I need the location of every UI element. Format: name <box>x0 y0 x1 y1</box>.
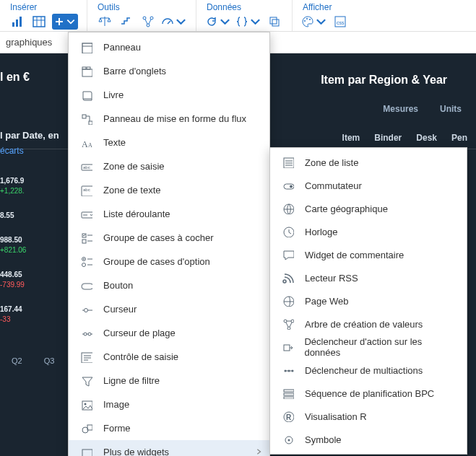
submenu-item-listbox[interactable]: Zone de liste <box>270 151 467 174</box>
submenu-item-web[interactable]: Page Web <box>270 289 467 312</box>
filter-icon <box>79 375 95 387</box>
col-item: Item <box>342 133 360 143</box>
chart-icon[interactable] <box>9 14 26 30</box>
xaxis-q2: Q2 <box>12 356 22 365</box>
shape-icon <box>79 423 95 434</box>
menu-item-panel[interactable]: Panneau <box>69 35 269 59</box>
menu-item-label: Curseur de plage <box>103 328 176 338</box>
menu-item-dropdown[interactable]: Liste déroulante <box>69 202 269 226</box>
menu-item-filter[interactable]: Ligne de filtre <box>69 369 269 393</box>
add-button[interactable] <box>52 14 78 30</box>
switch-icon <box>280 180 296 191</box>
col-units: Units <box>440 104 462 114</box>
rviz-icon <box>280 411 296 422</box>
panel-icon <box>79 42 95 53</box>
submenu-item-dat-trigger[interactable]: Déclencheur d'action sur les données <box>270 336 467 359</box>
menu-item-shape[interactable]: Forme <box>69 416 269 440</box>
menu-item-label: Livre <box>103 89 124 100</box>
submenu-item-multi-trigger[interactable]: Déclencheur de multiactions <box>270 359 467 382</box>
submenu-item-label: Horloge <box>305 227 338 237</box>
submenu-item-label: Visualisation R <box>305 411 367 422</box>
menu-item-label: Plus de widgets <box>103 447 169 456</box>
steps-icon[interactable] <box>118 14 135 30</box>
menu-item-more[interactable]: Plus de widgets <box>69 440 269 456</box>
menu-bar: Insérer Outils Données Afficher <box>0 0 476 32</box>
submenu-item-label: Page Web <box>305 296 348 307</box>
submenu-item-comment[interactable]: Widget de commentaire <box>270 243 467 266</box>
menu-item-label: Groupe de cases à cocher <box>103 232 213 243</box>
submenu-item-rss[interactable]: Lecteur RSS <box>270 266 467 289</box>
symbol-icon <box>280 434 296 445</box>
menu-item-checkboxes[interactable]: Groupe de cases à cocher <box>69 226 269 250</box>
tab-graphiques[interactable]: graphiques <box>6 37 52 48</box>
menu-item-tabstrip[interactable]: Barre d'onglets <box>69 59 269 83</box>
menu-title-insert[interactable]: Insérer <box>4 0 82 12</box>
menu-item-label: Image <box>103 399 129 410</box>
menu-item-label: Curseur <box>103 304 137 315</box>
menu-item-book[interactable]: Livre <box>69 83 269 107</box>
textarea-icon <box>79 185 95 196</box>
input-ctrl-icon <box>79 351 95 363</box>
submenu-item-label: Déclencheur de multiactions <box>305 365 423 376</box>
menu-item-textarea[interactable]: Zone de texte <box>69 178 269 202</box>
submenu-item-label: Séquence de planification BPC <box>305 388 434 399</box>
menu-title-tools[interactable]: Outils <box>92 0 191 12</box>
submenu-item-rviz[interactable]: Visualisation R <box>270 405 467 428</box>
submenu-item-bpc[interactable]: Séquence de planification BPC <box>270 382 467 405</box>
button-icon <box>79 280 95 291</box>
image-icon <box>79 399 95 411</box>
menu-title-view[interactable]: Afficher <box>297 0 353 12</box>
css-icon[interactable] <box>332 14 349 30</box>
menu-item-input[interactable]: Zone de saisie <box>69 154 269 178</box>
menu-item-label: Panneau de mise en forme du flux <box>103 113 246 124</box>
palette-icon[interactable] <box>301 14 327 30</box>
submenu-item-symbol[interactable]: Symbole <box>270 428 467 451</box>
text-aa-icon <box>79 137 95 149</box>
table-icon[interactable] <box>30 14 48 30</box>
gauge-icon[interactable] <box>161 14 187 30</box>
menu-item-label: Panneau <box>103 42 141 53</box>
menu-title-data[interactable]: Données <box>201 0 287 12</box>
col-binder: Binder <box>374 133 402 143</box>
menu-item-label: Barre d'onglets <box>103 66 166 76</box>
menu-item-input-ctrl[interactable]: Contrôle de saisie <box>69 345 269 369</box>
tabstrip-icon <box>79 66 95 77</box>
radios-icon <box>79 256 95 268</box>
more-widgets-submenu: Zone de listeCommutateurCarte géographiq… <box>269 147 467 455</box>
menu-group-tools: Outils <box>87 0 196 31</box>
braces-icon[interactable] <box>235 14 261 30</box>
menu-item-image[interactable]: Image <box>69 393 269 416</box>
clock-icon <box>280 226 296 237</box>
balance-icon[interactable] <box>96 14 113 30</box>
link-ecarts: écarts <box>0 146 24 156</box>
submenu-item-clock[interactable]: Horloge <box>270 220 467 243</box>
menu-item-text-aa[interactable]: Texte <box>69 131 269 154</box>
submenu-item-label: Widget de commentaire <box>305 250 404 260</box>
submenu-item-geomap[interactable]: Carte géographique <box>270 197 467 220</box>
submenu-item-label: Symbole <box>305 434 342 445</box>
slider-icon <box>79 304 95 315</box>
menu-item-label: Groupe de cases d'option <box>103 256 210 267</box>
insert-dropdown: PanneauBarre d'ongletsLivrePanneau de mi… <box>68 32 270 456</box>
col-desk: Desk <box>416 133 437 143</box>
submenu-item-tree[interactable]: Arbre de création de valeurs <box>270 312 467 336</box>
chevron-right-icon <box>255 447 262 456</box>
menu-item-flow[interactable]: Panneau de mise en forme du flux <box>69 107 269 131</box>
refresh-icon[interactable] <box>205 14 231 30</box>
menu-item-slider[interactable]: Curseur <box>69 297 269 321</box>
menu-item-radios[interactable]: Groupe de cases d'option <box>69 250 269 273</box>
menu-item-range[interactable]: Curseur de plage <box>69 321 269 345</box>
chart-title-right: Item par Region & Year <box>321 74 447 87</box>
submenu-item-label: Zone de liste <box>305 157 358 168</box>
submenu-item-label: Commutateur <box>305 180 362 191</box>
nodes-icon[interactable] <box>139 14 157 30</box>
submenu-item-switch[interactable]: Commutateur <box>270 174 467 197</box>
menu-item-label: Contrôle de saisie <box>103 351 178 362</box>
chart-title-left: l en € <box>0 71 30 84</box>
menu-item-button[interactable]: Bouton <box>69 273 269 297</box>
menu-group-insert: Insérer <box>0 0 87 31</box>
chart-subtitle: l par Date, en <box>0 130 59 141</box>
copy-icon[interactable] <box>266 14 283 30</box>
geomap-icon <box>280 203 296 214</box>
listbox-icon <box>280 157 296 168</box>
